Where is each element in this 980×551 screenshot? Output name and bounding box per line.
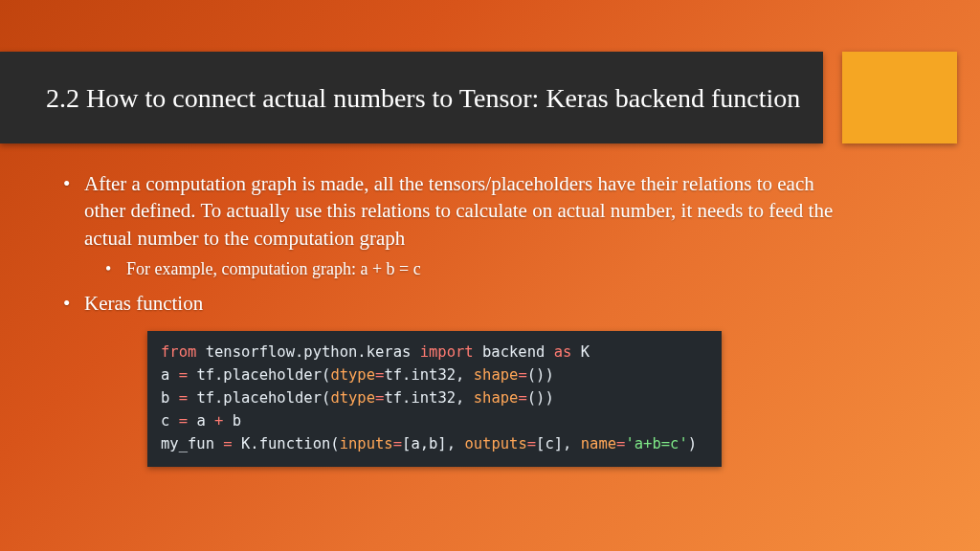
code-l5-arg2: outputs bbox=[464, 435, 526, 452]
code-l3-arg2: shape bbox=[474, 389, 519, 407]
code-l3-lhs: b bbox=[161, 389, 169, 407]
slide-title: 2.2 How to connect actual numbers to Ten… bbox=[46, 81, 800, 115]
bullet-2-text: Keras function bbox=[84, 292, 203, 315]
code-l5-lhs: my_fun bbox=[161, 435, 214, 452]
code-l3-rp: ) bbox=[545, 389, 553, 407]
code-l5-val3: 'a+b=c' bbox=[625, 435, 687, 452]
code-l5-arg1: inputs bbox=[340, 435, 393, 452]
code-l4-a: a bbox=[196, 412, 205, 430]
code-l4-b: b bbox=[233, 412, 241, 430]
code-kw-import: import bbox=[420, 343, 474, 361]
code-l2-eq2: = bbox=[518, 366, 526, 384]
bullet-1a: For example, computation graph: a + b = … bbox=[103, 257, 836, 280]
title-bar: 2.2 How to connect actual numbers to Ten… bbox=[0, 52, 823, 143]
code-l2-val1: tf.int32 bbox=[384, 366, 456, 384]
code-l5-eq1: = bbox=[393, 435, 402, 452]
code-l4-lhs: c bbox=[161, 412, 169, 430]
code-l5-c1: , bbox=[447, 435, 465, 452]
code-l5-call: K.function bbox=[241, 435, 330, 452]
bullet-1: After a computation graph is made, all t… bbox=[61, 170, 836, 280]
code-l2-rp: ) bbox=[545, 366, 553, 384]
code-kw-from: from bbox=[161, 343, 196, 361]
code-l5-eq3: = bbox=[616, 435, 625, 452]
code-l5-eq2: = bbox=[527, 435, 536, 452]
code-l3-comma: , bbox=[456, 389, 474, 407]
code-l2-lp: ( bbox=[322, 366, 330, 384]
code-l5-eq: = bbox=[223, 435, 232, 452]
bullet-1-text: After a computation graph is made, all t… bbox=[84, 172, 833, 250]
code-l3-lp: ( bbox=[322, 389, 330, 407]
code-l3-eq: = bbox=[179, 389, 188, 407]
code-l3-eq2: = bbox=[518, 389, 526, 407]
code-l5-c2: , bbox=[563, 435, 581, 452]
code-l3-val2: () bbox=[527, 389, 546, 407]
code-l2-lhs: a bbox=[161, 366, 169, 384]
code-l3-val1: tf.int32 bbox=[384, 389, 456, 407]
code-l3-eq1: = bbox=[375, 389, 384, 407]
bullet-1a-text: For example, computation graph: a + b = … bbox=[126, 259, 421, 278]
code-l4-eq: = bbox=[179, 412, 188, 430]
code-l2-eq: = bbox=[179, 366, 188, 384]
code-l4-plus: + bbox=[214, 412, 223, 430]
code-l5-lp: ( bbox=[330, 435, 339, 452]
code-l5-val1: [a,b] bbox=[402, 435, 447, 452]
code-l2-comma: , bbox=[456, 366, 474, 384]
code-l3-call: tf.placeholder bbox=[196, 389, 322, 407]
code-l2-val2: () bbox=[527, 366, 546, 384]
code-alias: K bbox=[581, 343, 590, 361]
slide-body: After a computation graph is made, all t… bbox=[61, 170, 836, 467]
accent-block bbox=[842, 52, 957, 143]
code-import-what: backend bbox=[482, 343, 545, 361]
code-l2-eq1: = bbox=[375, 366, 384, 384]
code-l5-rp: ) bbox=[688, 435, 697, 452]
code-l5-val2: [c] bbox=[536, 435, 563, 452]
code-kw-as: as bbox=[554, 343, 572, 361]
code-l2-call: tf.placeholder bbox=[196, 366, 322, 384]
code-l3-arg1: dtype bbox=[330, 389, 375, 407]
code-block: from tensorflow.python.keras import back… bbox=[147, 331, 722, 467]
bullet-2: Keras function bbox=[61, 290, 836, 317]
code-module: tensorflow.python.keras bbox=[206, 343, 412, 361]
code-l2-arg1: dtype bbox=[330, 366, 375, 384]
code-l2-arg2: shape bbox=[474, 366, 519, 384]
code-l5-arg3: name bbox=[581, 435, 616, 452]
